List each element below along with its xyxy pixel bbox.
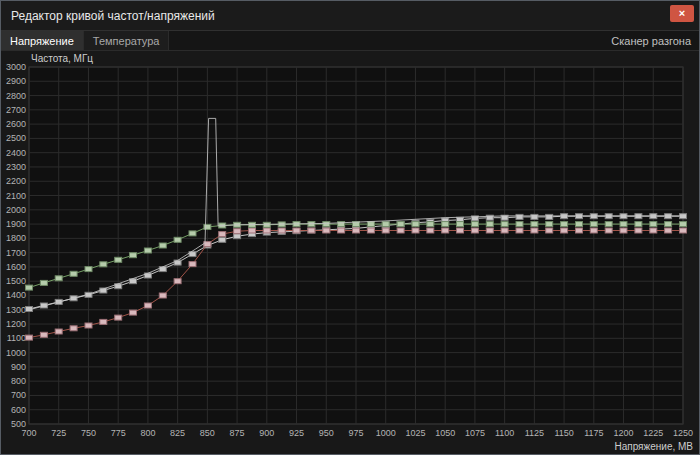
curve-point-marker[interactable] — [100, 262, 107, 267]
y-tick-label: 800 — [11, 376, 26, 386]
curve-point-marker[interactable] — [427, 222, 434, 227]
curve-point-marker[interactable] — [516, 228, 523, 233]
curve-point-marker[interactable] — [576, 228, 583, 233]
curve-point-marker[interactable] — [85, 323, 92, 328]
curve-point-marker[interactable] — [234, 234, 241, 239]
curve-point-marker[interactable] — [397, 228, 404, 233]
curve-point-marker[interactable] — [70, 271, 77, 276]
curve-point-marker[interactable] — [219, 237, 226, 242]
curve-point-marker[interactable] — [382, 222, 389, 227]
curve-point-marker[interactable] — [159, 293, 166, 298]
y-tick-label: 1700 — [6, 248, 26, 258]
titlebar[interactable]: Редактор кривой частот/напряжений × — [1, 1, 699, 31]
curve-point-marker[interactable] — [70, 326, 77, 331]
curve-point-marker[interactable] — [338, 228, 345, 233]
curve-point-marker[interactable] — [293, 228, 300, 233]
curve-point-marker[interactable] — [144, 248, 151, 253]
curve-point-marker[interactable] — [635, 222, 642, 227]
curve-point-marker[interactable] — [546, 228, 553, 233]
curve-point-marker[interactable] — [115, 257, 122, 262]
curve-point-marker[interactable] — [546, 214, 553, 219]
curve-point-marker[interactable] — [590, 228, 597, 233]
curve-point-marker[interactable] — [531, 228, 538, 233]
curve-point-marker[interactable] — [486, 228, 493, 233]
oc-scanner-button[interactable]: Сканер разгона — [603, 31, 699, 50]
curve-point-marker[interactable] — [516, 222, 523, 227]
curve-point-marker[interactable] — [516, 214, 523, 219]
curve-point-marker[interactable] — [576, 222, 583, 227]
curve-point-marker[interactable] — [159, 243, 166, 248]
curve-point-marker[interactable] — [26, 285, 33, 290]
curve-point-marker[interactable] — [367, 222, 374, 227]
curve-point-marker[interactable] — [26, 335, 33, 340]
curve-point-marker[interactable] — [397, 222, 404, 227]
curve-point-marker[interactable] — [323, 222, 330, 227]
y-tick-label: 1900 — [6, 219, 26, 229]
curve-point-marker[interactable] — [382, 228, 389, 233]
curve-point-marker[interactable] — [100, 319, 107, 324]
curve-point-marker[interactable] — [650, 222, 657, 227]
x-tick-label: 900 — [259, 428, 274, 438]
curve-point-marker[interactable] — [457, 222, 464, 227]
y-tick-label: 2200 — [6, 176, 26, 186]
curve-point-marker[interactable] — [189, 231, 196, 236]
curve-point-marker[interactable] — [249, 228, 256, 233]
curve-point-marker[interactable] — [174, 237, 181, 242]
curve-point-marker[interactable] — [55, 276, 62, 281]
curve-point-marker[interactable] — [650, 228, 657, 233]
curve-point-marker[interactable] — [427, 228, 434, 233]
y-tick-label: 2000 — [6, 205, 26, 215]
curve-point-marker[interactable] — [144, 303, 151, 308]
curve-point-marker[interactable] — [412, 222, 419, 227]
curve-point-marker[interactable] — [457, 228, 464, 233]
curve-point-marker[interactable] — [605, 222, 612, 227]
curve-point-marker[interactable] — [561, 222, 568, 227]
curve-point-marker[interactable] — [471, 228, 478, 233]
curve-point-marker[interactable] — [665, 228, 672, 233]
tab-voltage[interactable]: Напряжение — [1, 31, 84, 50]
curve-point-marker[interactable] — [278, 228, 285, 233]
curve-point-marker[interactable] — [442, 228, 449, 233]
curve-point-marker[interactable] — [635, 228, 642, 233]
y-tick-label: 1500 — [6, 276, 26, 286]
curve-point-marker[interactable] — [323, 228, 330, 233]
curve-point-marker[interactable] — [308, 228, 315, 233]
curve-point-marker[interactable] — [486, 222, 493, 227]
curve-point-marker[interactable] — [130, 310, 137, 315]
curve-point-marker[interactable] — [442, 222, 449, 227]
curve-point-marker[interactable] — [665, 222, 672, 227]
curve-point-marker[interactable] — [620, 222, 627, 227]
curve-point-marker[interactable] — [412, 228, 419, 233]
curve-point-marker[interactable] — [531, 214, 538, 219]
close-button[interactable]: × — [670, 5, 694, 22]
curve-point-marker[interactable] — [115, 315, 122, 320]
curve-point-marker[interactable] — [353, 228, 360, 233]
curve-point-marker[interactable] — [55, 329, 62, 334]
curve-point-marker[interactable] — [501, 222, 508, 227]
curve-point-marker[interactable] — [501, 228, 508, 233]
curve-point-marker[interactable] — [234, 229, 241, 234]
curve-point-marker[interactable] — [680, 228, 687, 233]
curve-point-marker[interactable] — [561, 228, 568, 233]
curve-point-marker[interactable] — [40, 332, 47, 337]
tab-temperature[interactable]: Температура — [84, 31, 170, 50]
y-tick-label: 500 — [11, 419, 26, 429]
curve-point-marker[interactable] — [219, 232, 226, 237]
curve-point-marker[interactable] — [680, 222, 687, 227]
x-tick-label: 1100 — [495, 428, 514, 438]
x-axis-title: Напряжение, МВ — [614, 441, 693, 452]
curve-point-marker[interactable] — [590, 222, 597, 227]
curve-point-marker[interactable] — [367, 228, 374, 233]
curve-point-marker[interactable] — [620, 228, 627, 233]
curve-point-marker[interactable] — [546, 222, 553, 227]
curve-point-marker[interactable] — [40, 280, 47, 285]
curve-point-marker[interactable] — [85, 267, 92, 272]
vf-curve-chart[interactable]: 7007257507758008258508759009259509751000… — [1, 51, 699, 454]
curve-point-marker[interactable] — [531, 222, 538, 227]
curve-point-marker[interactable] — [471, 222, 478, 227]
curve-point-marker[interactable] — [605, 228, 612, 233]
curve-point-marker[interactable] — [263, 228, 270, 233]
curve-point-marker[interactable] — [130, 253, 137, 258]
curve-point-marker[interactable] — [189, 262, 196, 267]
curve-point-marker[interactable] — [174, 279, 181, 284]
